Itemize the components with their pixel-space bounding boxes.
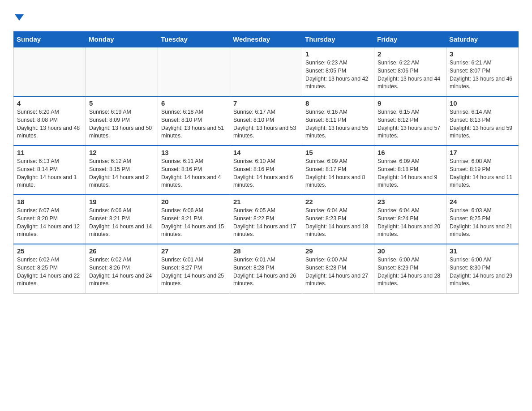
day-number: 12 <box>89 149 154 156</box>
calendar-cell: 27Sunrise: 6:01 AM Sunset: 8:27 PM Dayli… <box>158 244 230 293</box>
calendar-cell: 10Sunrise: 6:14 AM Sunset: 8:13 PM Dayli… <box>446 96 519 146</box>
day-number: 23 <box>378 198 443 206</box>
calendar-cell: 26Sunrise: 6:02 AM Sunset: 8:26 PM Dayli… <box>86 244 158 293</box>
logo <box>13 9 24 22</box>
day-info: Sunrise: 6:18 AM Sunset: 8:10 PM Dayligh… <box>161 108 227 140</box>
day-number: 27 <box>161 247 227 255</box>
day-number: 3 <box>450 50 515 58</box>
day-info: Sunrise: 6:06 AM Sunset: 8:21 PM Dayligh… <box>161 207 227 239</box>
calendar-cell: 9Sunrise: 6:15 AM Sunset: 8:12 PM Daylig… <box>374 96 446 146</box>
calendar-week-1: 1Sunrise: 6:23 AM Sunset: 8:05 PM Daylig… <box>14 47 519 96</box>
calendar-cell: 30Sunrise: 6:00 AM Sunset: 8:29 PM Dayli… <box>374 244 446 293</box>
day-info: Sunrise: 6:14 AM Sunset: 8:13 PM Dayligh… <box>450 108 515 140</box>
calendar-cell: 28Sunrise: 6:01 AM Sunset: 8:28 PM Dayli… <box>230 244 302 293</box>
calendar-cell: 8Sunrise: 6:16 AM Sunset: 8:11 PM Daylig… <box>302 96 374 146</box>
day-info: Sunrise: 6:00 AM Sunset: 8:29 PM Dayligh… <box>378 256 443 288</box>
calendar-cell: 29Sunrise: 6:00 AM Sunset: 8:28 PM Dayli… <box>302 244 374 293</box>
day-number: 5 <box>89 99 154 107</box>
calendar-cell: 21Sunrise: 6:05 AM Sunset: 8:22 PM Dayli… <box>230 195 302 244</box>
calendar-cell: 5Sunrise: 6:19 AM Sunset: 8:09 PM Daylig… <box>86 96 158 146</box>
calendar-cell: 13Sunrise: 6:11 AM Sunset: 8:16 PM Dayli… <box>158 146 230 195</box>
calendar-cell: 23Sunrise: 6:04 AM Sunset: 8:24 PM Dayli… <box>374 195 446 244</box>
calendar-cell: 12Sunrise: 6:12 AM Sunset: 8:15 PM Dayli… <box>86 146 158 195</box>
day-number: 28 <box>233 247 299 255</box>
day-info: Sunrise: 6:02 AM Sunset: 8:25 PM Dayligh… <box>17 256 82 288</box>
calendar-cell: 31Sunrise: 6:00 AM Sunset: 8:30 PM Dayli… <box>446 244 519 293</box>
day-info: Sunrise: 6:12 AM Sunset: 8:15 PM Dayligh… <box>89 158 154 189</box>
day-info: Sunrise: 6:17 AM Sunset: 8:10 PM Dayligh… <box>233 108 299 140</box>
day-info: Sunrise: 6:01 AM Sunset: 8:28 PM Dayligh… <box>233 256 299 288</box>
day-number: 16 <box>378 149 443 156</box>
day-number: 20 <box>161 198 227 206</box>
calendar-cell: 24Sunrise: 6:03 AM Sunset: 8:25 PM Dayli… <box>446 195 519 244</box>
calendar-cell: 20Sunrise: 6:06 AM Sunset: 8:21 PM Dayli… <box>158 195 230 244</box>
calendar-week-3: 11Sunrise: 6:13 AM Sunset: 8:14 PM Dayli… <box>14 146 519 195</box>
calendar-cell: 19Sunrise: 6:06 AM Sunset: 8:21 PM Dayli… <box>86 195 158 244</box>
day-number: 6 <box>161 99 227 107</box>
day-number: 10 <box>450 99 515 107</box>
weekday-header-saturday: Saturday <box>446 32 519 47</box>
day-info: Sunrise: 6:19 AM Sunset: 8:09 PM Dayligh… <box>89 108 154 140</box>
day-number: 30 <box>378 247 443 255</box>
day-number: 7 <box>233 99 299 107</box>
day-info: Sunrise: 6:22 AM Sunset: 8:06 PM Dayligh… <box>378 59 443 91</box>
calendar-table: SundayMondayTuesdayWednesdayThursdayFrid… <box>13 31 519 294</box>
day-number: 17 <box>450 149 515 156</box>
calendar-week-5: 25Sunrise: 6:02 AM Sunset: 8:25 PM Dayli… <box>14 244 519 293</box>
day-info: Sunrise: 6:04 AM Sunset: 8:23 PM Dayligh… <box>305 207 371 239</box>
calendar-cell: 6Sunrise: 6:18 AM Sunset: 8:10 PM Daylig… <box>158 96 230 146</box>
day-number: 26 <box>89 247 154 255</box>
page-header <box>13 9 519 22</box>
calendar-cell: 25Sunrise: 6:02 AM Sunset: 8:25 PM Dayli… <box>14 244 86 293</box>
day-number: 19 <box>89 198 154 206</box>
day-info: Sunrise: 6:06 AM Sunset: 8:21 PM Dayligh… <box>89 207 154 239</box>
calendar-cell: 14Sunrise: 6:10 AM Sunset: 8:16 PM Dayli… <box>230 146 302 195</box>
day-number: 25 <box>17 247 82 255</box>
calendar-week-4: 18Sunrise: 6:07 AM Sunset: 8:20 PM Dayli… <box>14 195 519 244</box>
day-info: Sunrise: 6:15 AM Sunset: 8:12 PM Dayligh… <box>378 108 443 140</box>
day-number: 29 <box>305 247 371 255</box>
day-info: Sunrise: 6:00 AM Sunset: 8:30 PM Dayligh… <box>450 256 515 288</box>
day-number: 2 <box>378 50 443 58</box>
calendar-week-2: 4Sunrise: 6:20 AM Sunset: 8:08 PM Daylig… <box>14 96 519 146</box>
weekday-header-wednesday: Wednesday <box>230 32 302 47</box>
day-number: 14 <box>233 149 299 156</box>
weekday-header-monday: Monday <box>86 32 158 47</box>
weekday-header-friday: Friday <box>374 32 446 47</box>
calendar-cell <box>158 47 230 96</box>
calendar-cell: 2Sunrise: 6:22 AM Sunset: 8:06 PM Daylig… <box>374 47 446 96</box>
calendar-cell <box>230 47 302 96</box>
day-number: 11 <box>17 149 82 156</box>
day-number: 4 <box>17 99 82 107</box>
day-number: 22 <box>305 198 371 206</box>
day-number: 9 <box>378 99 443 107</box>
day-info: Sunrise: 6:03 AM Sunset: 8:25 PM Dayligh… <box>450 207 515 239</box>
calendar-cell: 11Sunrise: 6:13 AM Sunset: 8:14 PM Dayli… <box>14 146 86 195</box>
calendar-cell <box>86 47 158 96</box>
calendar-cell: 3Sunrise: 6:21 AM Sunset: 8:07 PM Daylig… <box>446 47 519 96</box>
weekday-header-thursday: Thursday <box>302 32 374 47</box>
calendar-cell: 1Sunrise: 6:23 AM Sunset: 8:05 PM Daylig… <box>302 47 374 96</box>
day-number: 13 <box>161 149 227 156</box>
calendar-cell: 15Sunrise: 6:09 AM Sunset: 8:17 PM Dayli… <box>302 146 374 195</box>
day-info: Sunrise: 6:07 AM Sunset: 8:20 PM Dayligh… <box>17 207 82 239</box>
day-info: Sunrise: 6:09 AM Sunset: 8:17 PM Dayligh… <box>305 158 371 189</box>
day-info: Sunrise: 6:21 AM Sunset: 8:07 PM Dayligh… <box>450 59 515 91</box>
day-info: Sunrise: 6:00 AM Sunset: 8:28 PM Dayligh… <box>305 256 371 288</box>
day-number: 15 <box>305 149 371 156</box>
calendar-cell: 7Sunrise: 6:17 AM Sunset: 8:10 PM Daylig… <box>230 96 302 146</box>
day-info: Sunrise: 6:20 AM Sunset: 8:08 PM Dayligh… <box>17 108 82 140</box>
weekday-header-tuesday: Tuesday <box>158 32 230 47</box>
day-number: 31 <box>450 247 515 255</box>
day-info: Sunrise: 6:05 AM Sunset: 8:22 PM Dayligh… <box>233 207 299 239</box>
day-number: 1 <box>305 50 371 58</box>
calendar-cell: 18Sunrise: 6:07 AM Sunset: 8:20 PM Dayli… <box>14 195 86 244</box>
day-info: Sunrise: 6:10 AM Sunset: 8:16 PM Dayligh… <box>233 158 299 189</box>
logo-triangle-icon <box>15 14 24 21</box>
day-number: 18 <box>17 198 82 206</box>
calendar-cell: 22Sunrise: 6:04 AM Sunset: 8:23 PM Dayli… <box>302 195 374 244</box>
day-info: Sunrise: 6:11 AM Sunset: 8:16 PM Dayligh… <box>161 158 227 189</box>
day-info: Sunrise: 6:01 AM Sunset: 8:27 PM Dayligh… <box>161 256 227 288</box>
weekday-header-sunday: Sunday <box>14 32 86 47</box>
header-row: SundayMondayTuesdayWednesdayThursdayFrid… <box>14 32 519 47</box>
